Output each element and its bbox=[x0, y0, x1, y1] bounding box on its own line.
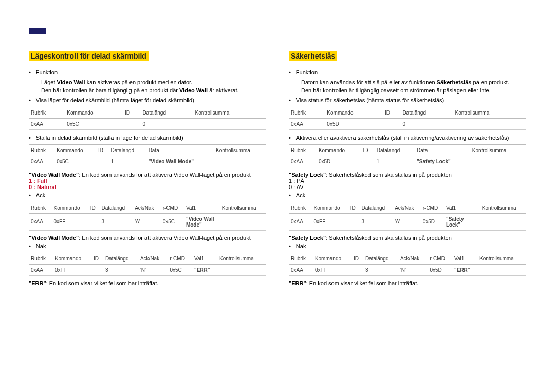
table-get: Rubrik Kommando ID Datalängd Kontrollsum… bbox=[29, 107, 266, 130]
code-natural: 0 : Natural bbox=[29, 184, 266, 190]
right-column: Säkerhetslås •Funktion Datorn kan använd… bbox=[289, 51, 526, 286]
text: Läget Video Wall kan aktiveras på en pro… bbox=[41, 79, 266, 87]
code-full: 1 : Full bbox=[29, 178, 266, 184]
bullet-icon: • bbox=[289, 97, 291, 105]
text: "Video Wall Mode": En kod som används fö… bbox=[29, 235, 266, 241]
bullet-icon: • bbox=[289, 69, 291, 77]
bullet-icon: • bbox=[29, 97, 31, 105]
bullet-icon: • bbox=[29, 69, 31, 77]
text: Aktivera eller avaktivera säkerhetslås (… bbox=[296, 134, 509, 142]
text: Den här kontrollen är tillgänglig oavset… bbox=[301, 87, 526, 95]
bullet-icon: • bbox=[29, 134, 31, 142]
text: "ERR": En kod som visar vilket fel som h… bbox=[289, 280, 526, 286]
bullet-icon: • bbox=[289, 192, 291, 200]
text: Ack bbox=[296, 192, 305, 200]
table-nak: Rubrik Kommando ID Datalängd Ack/Nak r-C… bbox=[29, 253, 266, 276]
text: "Safety Lock": Säkerhetslåskod som ska s… bbox=[289, 235, 526, 241]
table-set: Rubrik Kommando ID Datalängd Data Kontro… bbox=[289, 144, 526, 167]
topbar bbox=[29, 21, 526, 34]
text: Ack bbox=[36, 192, 45, 200]
text: "Video Wall Mode": En kod som används fö… bbox=[29, 172, 266, 178]
table-ack: Rubrik Kommando ID Datalängd Ack/Nak r-C… bbox=[289, 202, 526, 231]
section-title-right: Säkerhetslås bbox=[289, 51, 337, 61]
text: Visa status för säkerhetslås (hämta stat… bbox=[296, 97, 444, 105]
text: Funktion bbox=[296, 69, 318, 77]
bullet-icon: • bbox=[29, 192, 31, 200]
bullet-icon: • bbox=[29, 242, 31, 251]
text: Funktion bbox=[36, 69, 58, 77]
table-nak: Rubrik Kommando ID Datalängd Ack/Nak r-C… bbox=[289, 253, 526, 276]
code-off: 0 : AV bbox=[289, 184, 526, 190]
header-mark bbox=[29, 28, 46, 34]
bullet-icon: • bbox=[289, 134, 291, 142]
table-set: Rubrik Kommando ID Datalängd Data Kontro… bbox=[29, 144, 266, 167]
text: Ställa in delad skärmbild (ställa in läg… bbox=[36, 134, 183, 142]
table-get: Rubrik Kommando ID Datalängd Kontrollsum… bbox=[289, 107, 526, 130]
text: "Safety Lock": Säkerhetslåskod som ska s… bbox=[289, 172, 526, 178]
table-ack: Rubrik Kommando ID Datalängd Ack/Nak r-C… bbox=[29, 202, 266, 231]
bullet-icon: • bbox=[289, 242, 291, 251]
code-on: 1 : PÅ bbox=[289, 178, 526, 184]
text: Datorn kan användas för att slå på eller… bbox=[301, 79, 526, 87]
text: Visa läget för delad skärmbild (hämta lä… bbox=[36, 97, 194, 105]
text: Nak bbox=[296, 242, 306, 251]
text: Den här kontrollen är bara tillgänglig p… bbox=[41, 87, 266, 95]
left-column: Lägeskontroll för delad skärmbild •Funkt… bbox=[29, 51, 266, 286]
section-title-left: Lägeskontroll för delad skärmbild bbox=[29, 51, 149, 61]
text: Nak bbox=[36, 242, 46, 251]
text: "ERR": En kod som visar vilket fel som h… bbox=[29, 280, 266, 286]
